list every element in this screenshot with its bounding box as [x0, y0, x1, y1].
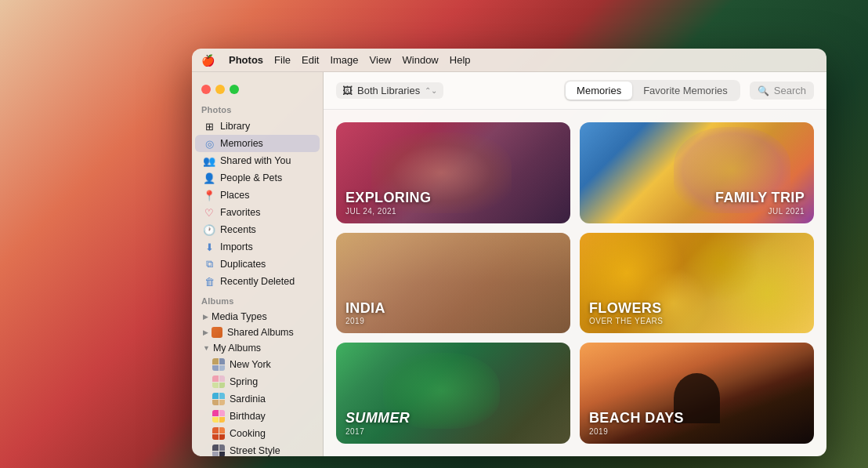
menu-image[interactable]: Image	[330, 54, 358, 66]
memory-label-summer: Summer 2017	[345, 411, 410, 436]
favorites-icon: ♡	[203, 206, 215, 219]
sidebar-item-imports[interactable]: ⬇ Imports	[195, 238, 320, 256]
sidebar-label-new-york: New York	[230, 359, 271, 370]
sidebar-group-my-albums[interactable]: ▼ My Albums	[195, 340, 320, 356]
sidebar-group-media-types[interactable]: ▶ Media Types	[195, 309, 320, 325]
sidebar-item-memories[interactable]: ◎ Memories	[195, 135, 320, 152]
memory-title-beach-days: BEACH DAYS	[589, 411, 684, 426]
toolbar: 🖼 Both Libraries ⌃⌄ Memories Favorite Me…	[324, 72, 826, 110]
duplicates-icon: ⧉	[203, 258, 215, 270]
sidebar-item-birthday[interactable]: Birthday	[195, 408, 320, 425]
sidebar-item-cooking[interactable]: Cooking	[195, 425, 320, 442]
sardinia-album-thumb	[212, 393, 225, 405]
apple-menu-icon[interactable]: 🍎	[201, 54, 215, 67]
tab-favorite-memories[interactable]: Favorite Memories	[632, 82, 739, 100]
sidebar-item-new-york[interactable]: New York	[195, 356, 320, 373]
memories-icon: ◎	[203, 137, 215, 150]
sidebar-label-memories: Memories	[220, 138, 263, 149]
memory-card-family-trip[interactable]: Family Trip JUL 2021	[580, 122, 814, 223]
sidebar-item-library[interactable]: ⊞ Library	[195, 118, 320, 135]
memory-label-beach-days: BEACH DAYS 2019	[589, 411, 684, 436]
traffic-lights	[192, 78, 323, 99]
sidebar-label-spring: Spring	[230, 376, 258, 387]
sidebar-label-street-style: Street Style	[230, 445, 280, 456]
sidebar-label-favorites: Favorites	[220, 207, 260, 218]
library-icon: ⊞	[203, 120, 215, 132]
menu-file[interactable]: File	[274, 54, 291, 66]
tab-memories[interactable]: Memories	[566, 82, 632, 100]
sidebar-label-media-types: Media Types	[212, 311, 267, 322]
sidebar-label-recently-deleted: Recently Deleted	[220, 276, 295, 287]
main-content: 🖼 Both Libraries ⌃⌄ Memories Favorite Me…	[324, 72, 826, 456]
sidebar-group-shared-albums[interactable]: ▶ Shared Albums	[195, 325, 320, 340]
memory-card-summer[interactable]: Summer 2017	[336, 343, 570, 444]
sidebar: Photos ⊞ Library ◎ Memories 👥 Shared wit…	[192, 72, 324, 456]
cooking-album-thumb	[212, 427, 225, 440]
memory-card-exploring[interactable]: EXPLORING JUL 24, 2021	[336, 122, 570, 223]
sidebar-label-shared-albums: Shared Albums	[227, 327, 294, 338]
memory-subtitle-india: 2019	[345, 317, 385, 325]
maximize-button[interactable]	[230, 85, 239, 94]
places-icon: 📍	[203, 189, 215, 201]
sidebar-item-sardinia[interactable]: Sardinia	[195, 390, 320, 408]
sidebar-item-recently-deleted[interactable]: 🗑 Recently Deleted	[195, 273, 320, 290]
sidebar-item-places[interactable]: 📍 Places	[195, 187, 320, 204]
sidebar-item-recents[interactable]: 🕐 Recents	[195, 221, 320, 238]
memory-subtitle-beach-days: 2019	[589, 427, 684, 436]
memory-subtitle-summer: 2017	[345, 427, 410, 436]
street-album-thumb	[212, 444, 225, 456]
library-selector-label: Both Libraries	[357, 85, 420, 96]
sidebar-photos-section: Photos	[192, 99, 323, 118]
sidebar-item-favorites[interactable]: ♡ Favorites	[195, 204, 320, 221]
memory-title-family-trip: Family Trip	[715, 190, 805, 206]
memory-subtitle-exploring: JUL 24, 2021	[345, 207, 431, 216]
sidebar-item-people[interactable]: 👤 People & Pets	[195, 169, 320, 187]
menu-view[interactable]: View	[370, 54, 392, 66]
sidebar-item-spring[interactable]: Spring	[195, 373, 320, 390]
menu-photos[interactable]: Photos	[229, 54, 263, 66]
sidebar-label-people: People & Pets	[220, 172, 282, 183]
library-selector[interactable]: 🖼 Both Libraries ⌃⌄	[336, 82, 443, 99]
memory-subtitle-family-trip: JUL 2021	[715, 207, 805, 216]
sidebar-albums-section: Albums	[192, 290, 323, 309]
trash-icon: 🗑	[203, 275, 215, 288]
new-york-album-thumb	[212, 358, 225, 371]
search-placeholder: Search	[774, 85, 806, 96]
app-body: Photos ⊞ Library ◎ Memories 👥 Shared wit…	[192, 72, 826, 456]
menu-bar: 🍎 Photos File Edit Image View Window Hel…	[192, 49, 826, 72]
shared-album-icon	[212, 327, 222, 338]
menu-edit[interactable]: Edit	[302, 54, 319, 66]
sidebar-item-shared[interactable]: 👥 Shared with You	[195, 152, 320, 169]
memory-card-india[interactable]: INDIA 2019	[336, 233, 570, 334]
sidebar-item-street-style[interactable]: Street Style	[195, 442, 320, 456]
memory-card-beach-days[interactable]: BEACH DAYS 2019	[580, 343, 814, 444]
menu-window[interactable]: Window	[403, 54, 439, 66]
memory-title-exploring: EXPLORING	[345, 190, 431, 206]
memory-label-family-trip: Family Trip JUL 2021	[715, 190, 805, 216]
sidebar-label-recents: Recents	[220, 224, 256, 235]
memory-label-flowers: Flowers OVER THE YEARS	[589, 301, 663, 326]
menu-help[interactable]: Help	[450, 54, 471, 66]
memory-card-flowers[interactable]: Flowers OVER THE YEARS	[580, 233, 814, 334]
sidebar-item-duplicates[interactable]: ⧉ Duplicates	[195, 256, 320, 273]
tab-group: Memories Favorite Memories	[564, 80, 740, 101]
sidebar-label-shared: Shared with You	[220, 155, 291, 166]
sidebar-label-imports: Imports	[220, 241, 253, 252]
close-button[interactable]	[201, 85, 211, 94]
memories-grid: EXPLORING JUL 24, 2021 Family Trip JUL 2…	[324, 110, 826, 456]
recents-icon: 🕐	[203, 223, 215, 236]
people-icon: 👤	[203, 172, 215, 184]
minimize-button[interactable]	[215, 85, 225, 94]
search-box[interactable]: 🔍 Search	[750, 82, 814, 100]
search-icon: 🔍	[758, 85, 769, 96]
memory-subtitle-flowers: OVER THE YEARS	[589, 317, 663, 325]
sidebar-label-my-albums: My Albums	[213, 343, 261, 354]
sidebar-label-cooking: Cooking	[230, 428, 266, 439]
sidebar-label-duplicates: Duplicates	[220, 259, 266, 270]
memory-title-india: INDIA	[345, 301, 385, 317]
sidebar-label-sardinia: Sardinia	[230, 394, 266, 405]
imports-icon: ⬇	[203, 241, 215, 253]
spring-album-thumb	[212, 375, 225, 388]
photos-window: 🍎 Photos File Edit Image View Window Hel…	[192, 49, 826, 456]
chevron-right-icon-2: ▶	[203, 328, 208, 336]
